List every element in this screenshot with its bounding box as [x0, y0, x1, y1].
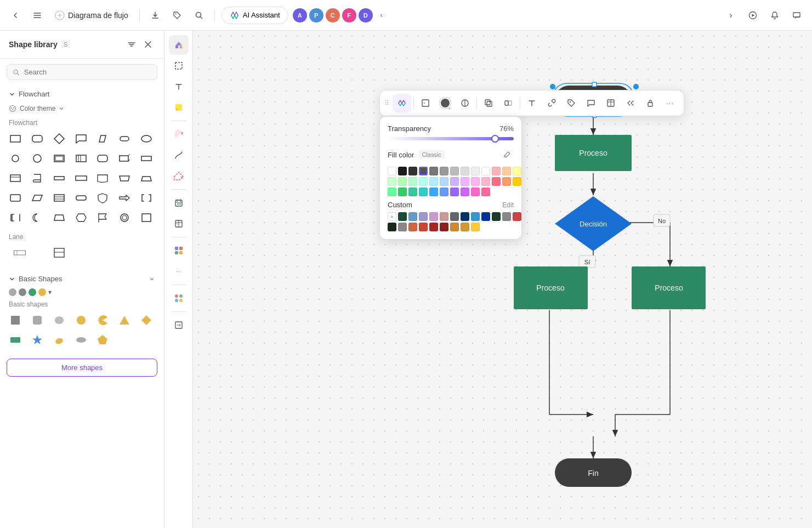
menu-button[interactable] — [29, 7, 46, 24]
custom-swatch-20[interactable] — [461, 223, 469, 231]
plugins-collapse-button[interactable]: ‹ — [375, 9, 388, 22]
mt-sticky-button[interactable] — [169, 98, 189, 117]
close-sidebar-button[interactable] — [141, 37, 155, 52]
expand-button[interactable]: › — [722, 7, 740, 24]
custom-swatch-15[interactable] — [408, 223, 417, 231]
swatch-dark1[interactable] — [408, 167, 417, 175]
swatch-lb2[interactable] — [429, 188, 438, 196]
shape-lane1[interactable] — [7, 244, 33, 262]
more-shapes-button[interactable]: More shapes — [7, 359, 157, 377]
shape-doc[interactable] — [94, 169, 111, 187]
swatch-r3[interactable] — [492, 177, 501, 186]
custom-swatch-16[interactable] — [419, 223, 428, 231]
ft-table-button[interactable] — [601, 94, 620, 112]
swatch-o1[interactable] — [502, 167, 511, 175]
shape-round-sides[interactable] — [94, 150, 111, 167]
shape-3d-box[interactable] — [116, 150, 133, 167]
swatch-gray5[interactable] — [471, 167, 480, 175]
custom-swatch-18[interactable] — [440, 223, 448, 231]
shape-scroll[interactable] — [29, 169, 46, 187]
swatch-y2[interactable] — [513, 177, 521, 186]
search-input[interactable] — [24, 68, 151, 76]
swatch-dark2[interactable] — [419, 167, 428, 175]
custom-swatch-6[interactable] — [450, 212, 459, 221]
mt-calendar-button[interactable] — [169, 193, 189, 213]
shape-shield[interactable] — [94, 189, 111, 207]
shape-trapezoid2[interactable] — [50, 209, 68, 226]
swatch-g4[interactable] — [398, 188, 407, 196]
transparency-thumb[interactable] — [491, 135, 499, 143]
play-button[interactable] — [744, 7, 762, 24]
swatch-c2[interactable] — [419, 188, 428, 196]
ft-lock-button[interactable] — [641, 94, 660, 112]
shape-speech-bubble[interactable] — [72, 130, 90, 147]
bs-blob[interactable] — [50, 311, 68, 329]
swatch-p2[interactable] — [461, 188, 469, 196]
download-button[interactable] — [146, 7, 164, 24]
custom-swatch-12[interactable] — [513, 212, 521, 221]
bs-diamond-y[interactable] — [138, 311, 155, 329]
swatch-v2[interactable] — [450, 188, 459, 196]
colors-more-button[interactable]: ▾ — [48, 288, 52, 296]
swatch-v1[interactable] — [450, 177, 459, 186]
shape-horiz-lines[interactable] — [50, 189, 68, 207]
shape-double-h[interactable] — [7, 169, 24, 187]
bs-star[interactable] — [29, 331, 46, 349]
ft-connect-button[interactable] — [621, 94, 640, 112]
ft-link-button[interactable] — [542, 94, 561, 112]
swatch-tg2[interactable] — [408, 188, 417, 196]
ft-tag-button[interactable] — [562, 94, 581, 112]
swatch-g3[interactable] — [388, 188, 396, 196]
mt-color1-button[interactable] — [169, 124, 189, 144]
shape-parallelogram[interactable] — [94, 130, 111, 147]
custom-swatch-19[interactable] — [450, 223, 459, 231]
color-dot-yellow[interactable] — [38, 288, 46, 296]
swatch-r2[interactable] — [481, 177, 490, 186]
swatch-white[interactable] — [388, 167, 396, 175]
shape-rounded-tr[interactable] — [7, 189, 24, 207]
bs-blob2[interactable] — [72, 331, 90, 349]
custom-swatch-21[interactable] — [471, 223, 480, 231]
shape-stadium[interactable] — [116, 130, 133, 147]
tag-button[interactable] — [168, 7, 186, 24]
shape-circle[interactable] — [29, 150, 46, 167]
shape-ellipse[interactable] — [7, 150, 24, 167]
custom-swatch-2[interactable] — [408, 212, 417, 221]
shape-trapezoid[interactable] — [116, 169, 133, 187]
basic-shapes-section-header[interactable]: Basic Shapes — [0, 270, 164, 287]
shape-small-rect[interactable] — [138, 150, 155, 167]
swatch-p1[interactable] — [461, 177, 469, 186]
swatch-pk2[interactable] — [471, 188, 480, 196]
plugin-3[interactable]: C — [326, 8, 340, 22]
search-button[interactable] — [190, 7, 208, 24]
shape-skewed[interactable] — [29, 189, 46, 207]
swatch-lb1[interactable] — [429, 177, 438, 186]
custom-swatch-17[interactable] — [429, 223, 438, 231]
ft-comment-button[interactable] — [582, 94, 600, 112]
ft-color-button[interactable] — [436, 94, 455, 112]
custom-swatch-4[interactable] — [429, 212, 438, 221]
mt-color2-button[interactable] — [169, 166, 189, 186]
custom-swatch-13[interactable] — [388, 223, 396, 231]
ft-shape-button[interactable] — [416, 94, 435, 112]
custom-swatch-7[interactable] — [461, 212, 469, 221]
mt-more-button[interactable]: ··· — [169, 262, 189, 281]
swatch-black[interactable] — [398, 167, 407, 175]
swatch-y1[interactable] — [513, 167, 521, 175]
plugin-5[interactable]: D — [359, 8, 373, 22]
swatch-white2[interactable] — [481, 167, 490, 175]
shape-rectangle[interactable] — [7, 130, 24, 147]
shape-thin-rect[interactable] — [50, 169, 68, 187]
handle-top[interactable] — [592, 82, 597, 87]
sort-button[interactable] — [124, 37, 139, 52]
ft-flip-button[interactable] — [499, 94, 518, 112]
bs-square[interactable] — [7, 311, 24, 329]
bs-rounded-square[interactable] — [29, 311, 46, 329]
plugin-1[interactable]: A — [293, 8, 307, 22]
shape-bracket-r[interactable] — [138, 189, 155, 207]
drag-handle[interactable]: ⠿ — [384, 99, 389, 107]
mt-text-button[interactable] — [169, 77, 189, 96]
back-button[interactable] — [7, 7, 24, 24]
ft-text-button[interactable] — [523, 94, 541, 112]
transparency-slider[interactable] — [388, 137, 514, 140]
